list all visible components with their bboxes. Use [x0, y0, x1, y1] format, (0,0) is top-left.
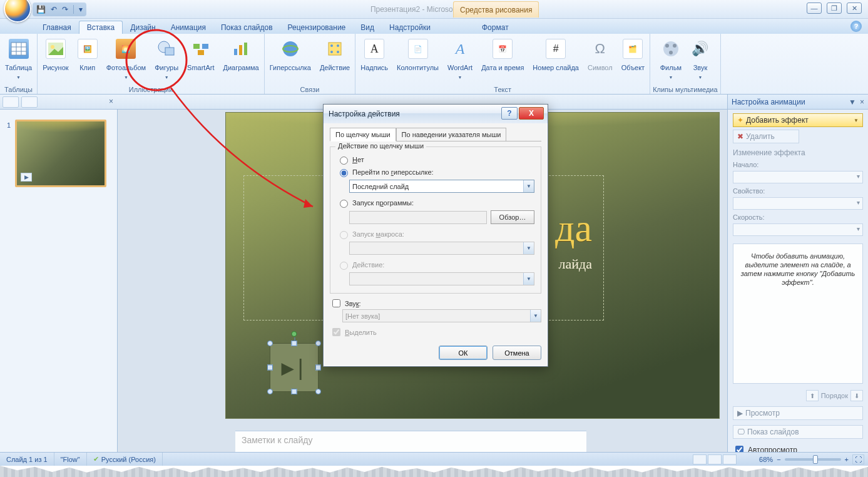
order-row: ⬆ Порядок ⬇ — [733, 390, 863, 401]
resize-handle-nw[interactable] — [267, 341, 273, 346]
redo-icon[interactable]: ↷ — [62, 5, 68, 14]
tab-slideshow[interactable]: Показ слайдов — [213, 21, 280, 34]
slide-thumbnail-1[interactable]: 1 ▶ — [15, 120, 106, 187]
zoom-slider[interactable] — [785, 458, 841, 461]
save-icon[interactable]: 💾 — [36, 5, 46, 14]
object-button[interactable]: 🗂️Объект — [619, 38, 647, 76]
tab-on-hover[interactable]: По наведении указателя мыши — [396, 128, 507, 141]
dialog-body: По щелчку мыши По наведении указателя мы… — [324, 123, 548, 366]
dropdown-arrow-icon[interactable]: ▼ — [523, 180, 534, 192]
symbol-button[interactable]: ΩСимвол — [585, 38, 615, 76]
movie-button[interactable]: Фильм▼ — [658, 38, 684, 81]
add-effect-button[interactable]: ✦Добавить эффект▼ — [733, 113, 863, 127]
thumbnails-close-icon[interactable]: × — [109, 97, 113, 106]
resize-handle-ne[interactable] — [315, 341, 321, 346]
group-media-label: Клипы мультимедиа — [653, 85, 717, 94]
option-run-program[interactable]: Запуск программы: — [337, 198, 534, 208]
play-sound-checkbox[interactable]: Звук: — [330, 297, 541, 309]
torn-edge-decoration — [0, 466, 868, 477]
move-up-button[interactable]: ⬆ — [806, 390, 819, 401]
picture-button[interactable]: Рисунок — [40, 38, 71, 76]
shapes-button[interactable]: Фигуры▼ — [152, 38, 181, 81]
slideshow-view-button[interactable] — [723, 454, 737, 464]
smartart-button[interactable]: SmartArt — [185, 38, 217, 76]
view-slides-button[interactable] — [3, 96, 19, 108]
tab-format[interactable]: Формат — [474, 21, 516, 34]
tab-view[interactable]: Вид — [353, 21, 382, 34]
drawing-tools-contextual-tab[interactable]: Средства рисования — [453, 1, 539, 18]
dropdown-icon: ▼ — [165, 75, 169, 80]
svg-rect-17 — [329, 43, 341, 55]
tab-on-click[interactable]: По щелчку мыши — [330, 128, 396, 141]
normal-view-button[interactable] — [693, 454, 707, 464]
smartart-label: SmartArt — [187, 60, 214, 75]
resize-handle-e[interactable] — [315, 365, 321, 371]
pane-close-icon[interactable]: × — [860, 98, 864, 106]
option-none[interactable]: Нет — [337, 155, 534, 165]
resize-handle-s[interactable] — [292, 389, 297, 394]
resize-handle-w[interactable] — [267, 365, 273, 371]
datetime-button[interactable]: 📅Дата и время — [479, 38, 526, 76]
tab-insert[interactable]: Вставка — [79, 21, 123, 34]
dialog-help-button[interactable]: ? — [501, 107, 518, 120]
delete-effect-button: ✖Удалить — [733, 130, 799, 143]
action-button[interactable]: Действие — [317, 38, 352, 76]
action-settings-dialog: Настройка действия ? X По щелчку мыши По… — [323, 104, 548, 367]
speed-combo[interactable] — [733, 223, 863, 236]
dialog-close-button[interactable]: X — [519, 107, 544, 120]
radio-hyperlink[interactable] — [340, 169, 348, 177]
browse-button[interactable]: Обзор… — [491, 210, 534, 224]
move-down-button[interactable]: ⬇ — [850, 390, 863, 401]
table-button[interactable]: Таблица ▼ — [3, 38, 34, 81]
qat-dropdown-icon[interactable]: ▾ — [79, 5, 83, 14]
rotate-handle[interactable] — [292, 331, 297, 337]
sorter-view-button[interactable] — [708, 454, 722, 464]
slideshow-button[interactable]: 🖵Показ слайдов — [733, 425, 863, 439]
resize-handle-se[interactable] — [315, 389, 321, 394]
radio-none[interactable] — [340, 156, 348, 165]
resize-handle-n[interactable] — [292, 341, 297, 346]
photoalbum-button[interactable]: 🌅Фотоальбом▼ — [104, 38, 149, 81]
clip-button[interactable]: 🖼️Клип — [75, 38, 100, 76]
chart-button[interactable]: Диаграмма — [221, 38, 262, 76]
view-outline-button[interactable] — [21, 96, 38, 108]
slidenumber-button[interactable]: #Номер слайда — [530, 38, 581, 76]
delete-label: Удалить — [746, 132, 775, 141]
tab-review[interactable]: Рецензирование — [280, 21, 354, 34]
ok-button[interactable]: ОК — [439, 346, 488, 360]
textbox-button[interactable]: AНадпись — [358, 38, 391, 76]
resize-handle-sw[interactable] — [267, 389, 273, 394]
hyperlink-target-combo[interactable]: Последний слайд▼ — [349, 180, 534, 193]
zoom-in-button[interactable]: + — [845, 456, 849, 463]
action-button-shape[interactable] — [270, 343, 319, 392]
preview-button[interactable]: ▶Просмотр — [733, 406, 863, 420]
property-combo[interactable] — [733, 197, 863, 210]
pane-menu-icon[interactable]: ▼ — [849, 98, 856, 106]
group-tables-label: Таблицы — [4, 85, 33, 94]
sound-checkbox-input[interactable] — [332, 299, 340, 307]
minimize-button[interactable]: — — [807, 3, 822, 14]
zoom-percent[interactable]: 68% — [759, 456, 773, 463]
hyperlink-button[interactable]: Гиперссылка — [267, 38, 314, 76]
headerfooter-button[interactable]: 📄Колонтитулы — [394, 38, 441, 76]
dialog-titlebar[interactable]: Настройка действия ? X — [324, 105, 548, 123]
tab-home[interactable]: Главная — [35, 21, 79, 34]
status-language[interactable]: ✔Русский (Россия) — [87, 453, 163, 466]
tab-animation[interactable]: Анимация — [163, 21, 213, 34]
undo-icon[interactable]: ↶ — [51, 5, 57, 14]
zoom-out-button[interactable]: − — [777, 456, 780, 463]
help-icon[interactable]: ? — [850, 21, 862, 32]
cancel-button[interactable]: Отмена — [493, 346, 541, 360]
wordart-button[interactable]: AWordArt▼ — [445, 38, 475, 81]
tab-design[interactable]: Дизайн — [123, 21, 163, 34]
close-button[interactable]: ✕ — [847, 3, 862, 14]
start-combo[interactable] — [733, 171, 863, 183]
tab-addins[interactable]: Надстройки — [382, 21, 438, 34]
radio-run-program[interactable] — [340, 200, 348, 208]
fit-button[interactable]: ⛶ — [852, 454, 864, 464]
language-label: Русский (Россия) — [101, 456, 156, 463]
sound-button[interactable]: 🔊Звук▼ — [688, 38, 713, 81]
restore-button[interactable]: ❐ — [827, 3, 842, 14]
table-icon — [9, 39, 29, 59]
option-hyperlink[interactable]: Перейти по гиперссылке: — [337, 167, 534, 177]
